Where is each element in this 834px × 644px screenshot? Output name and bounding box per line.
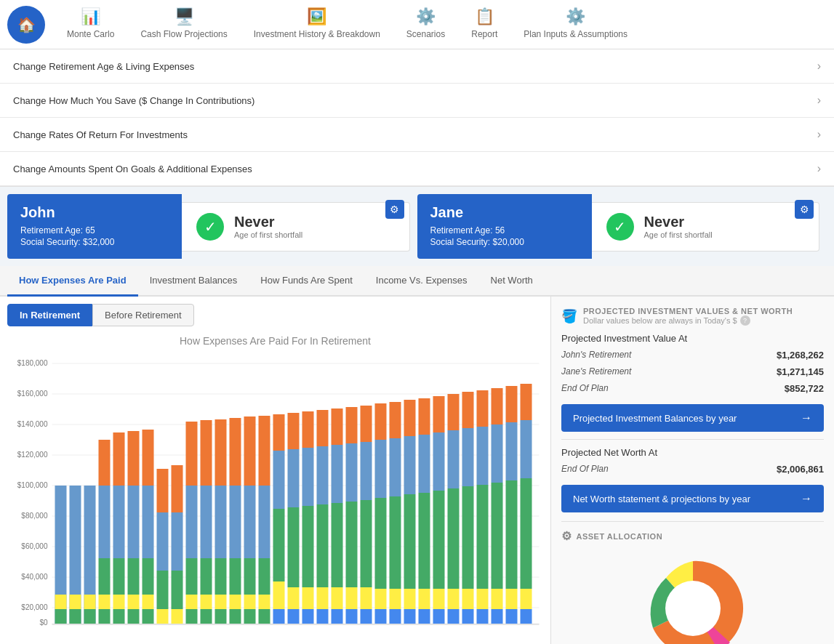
john-shortfall-text: Never Age of first shortfall [234,214,302,239]
svg-rect-99 [302,506,314,587]
accordion-item-2[interactable]: Change Rates Of Return For Investments › [0,118,834,152]
proj-value-end-plan: $852,722 [785,383,824,394]
tab-net-worth[interactable]: Net Worth [479,266,545,297]
cash-flow-icon: 🖥️ [175,7,194,26]
chart-svg: $180,000 $160,000 $140,000 $120,000 $100… [7,353,543,629]
svg-rect-104 [317,504,329,587]
proj-balances-arrow: → [801,411,812,424]
nav-investment-label: Investment History & Breakdown [254,29,380,39]
svg-rect-132 [404,400,416,436]
svg-rect-48 [143,609,154,624]
svg-rect-115 [346,587,358,609]
net-worth-button[interactable]: Net Worth statement & projections by yea… [561,485,824,512]
tab-income-expenses[interactable]: Income Vs. Expenses [364,266,479,297]
svg-rect-176 [521,609,532,624]
svg-rect-134 [404,494,416,589]
svg-rect-141 [419,609,430,624]
navigation: 🏠 Home 📊 Monte Carlo 🖥️ Cash Flow Projec… [0,0,834,49]
svg-rect-175 [521,589,532,609]
scenarios-icon: ⚙️ [416,7,436,26]
accordion-label-2: Change Rates Of Return For Investments [13,129,188,140]
svg-rect-98 [302,448,314,506]
proj-row-end-plan: End Of Plan $852,722 [561,380,824,397]
sub-tab-before-retirement[interactable]: Before Retirement [92,304,194,326]
svg-rect-140 [419,589,430,609]
net-worth-btn-arrow: → [801,492,812,505]
svg-rect-71 [215,609,227,624]
svg-rect-30 [99,486,111,558]
svg-rect-149 [448,488,460,589]
svg-rect-129 [390,496,401,589]
accordion-item-0[interactable]: Change Retirement Age & Living Expenses … [0,49,834,84]
svg-rect-102 [317,410,329,446]
svg-rect-165 [492,589,503,609]
svg-rect-89 [273,509,285,581]
info-icon[interactable]: ? [740,315,750,326]
svg-text:$140,000: $140,000 [17,420,48,428]
accordion-item-1[interactable]: Change How Much You Save ($ Change In Co… [0,84,834,118]
svg-rect-43 [128,609,140,624]
svg-rect-142 [433,396,445,432]
proj-balances-button[interactable]: Projected Investment Balances by year → [561,404,824,432]
svg-rect-84 [259,558,270,595]
svg-rect-95 [288,587,300,609]
svg-rect-86 [259,609,270,624]
tab-how-funds[interactable]: How Funds Are Spent [249,266,364,297]
svg-rect-83 [259,486,270,558]
john-card-blue: John Retirement Age: 65 Social Security:… [7,194,182,259]
svg-rect-34 [113,432,125,486]
svg-rect-121 [361,609,372,624]
svg-rect-79 [244,558,256,595]
panel-header: 🪣 PROJECTED INVESTMENT VALUES & NET WORT… [561,307,824,326]
svg-rect-93 [288,449,300,507]
nav-cash-flow[interactable]: 🖥️ Cash Flow Projections [127,0,240,49]
svg-rect-38 [113,609,125,624]
accordion-item-3[interactable]: Change Amounts Spent On Goals & Addition… [0,152,834,186]
svg-rect-75 [230,595,241,609]
nav-report[interactable]: 📋 Report [458,0,510,49]
john-shortfall: ✓ Never Age of first shortfall [182,202,410,251]
person-cards-section: John Retirement Age: 65 Social Security:… [0,187,834,266]
nav-investment-history[interactable]: 🖼️ Investment History & Breakdown [241,0,393,49]
nav-home[interactable]: 🏠 Home [7,6,45,44]
nav-plan-inputs[interactable]: ⚙️ Plan Inputs & Assumptions [510,0,641,49]
nav-monte-carlo-label: Monte Carlo [67,29,114,39]
sub-tab-in-retirement[interactable]: In Retirement [7,304,92,326]
svg-rect-146 [433,609,445,624]
chart-container: $180,000 $160,000 $140,000 $120,000 $100… [7,353,543,629]
svg-rect-151 [448,609,460,624]
svg-rect-87 [273,414,285,451]
svg-rect-148 [448,430,460,488]
nav-scenarios[interactable]: ⚙️ Scenarios [393,0,458,49]
svg-rect-107 [332,408,343,445]
svg-rect-126 [375,609,387,624]
svg-rect-172 [521,384,532,420]
jane-gear-button[interactable]: ⚙ [795,200,814,219]
svg-rect-61 [186,609,198,624]
svg-rect-108 [332,445,343,503]
svg-rect-62 [201,420,212,486]
svg-rect-35 [113,486,125,558]
panel-subtitle-text: Dollar values below are always in Today'… [583,316,737,325]
tab-how-expenses[interactable]: How Expenses Are Paid [7,266,138,297]
svg-rect-130 [390,589,401,609]
proj-balances-label: Projected Investment Balances by year [573,413,737,424]
nav-monte-carlo[interactable]: 📊 Monte Carlo [54,0,127,49]
john-gear-button[interactable]: ⚙ [385,200,404,219]
svg-rect-88 [273,451,285,509]
chevron-icon-1: › [817,94,821,107]
svg-rect-90 [273,581,285,609]
chevron-icon-3: › [817,162,821,175]
svg-text:$60,000: $60,000 [21,542,48,550]
proj-label-jane: Jane's Retirement [561,366,631,377]
svg-rect-124 [375,498,387,589]
asset-title-text: ASSET ALLOCATION [577,532,663,541]
john-shortfall-status: Never [234,214,302,230]
svg-rect-22 [55,609,67,624]
svg-rect-33 [99,609,111,624]
svg-rect-42 [128,595,140,609]
svg-rect-24 [70,595,81,609]
svg-rect-122 [375,403,387,440]
svg-rect-77 [244,416,256,486]
tab-investment-balances[interactable]: Investment Balances [138,266,249,297]
